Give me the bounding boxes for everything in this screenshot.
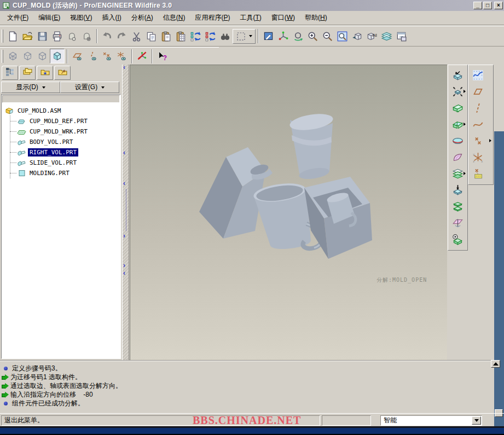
splitter-chevron-icon[interactable]: › [123,233,125,239]
orient-mode-button[interactable] [291,29,305,44]
splitter-chevron-icon[interactable]: › [123,263,125,268]
repaint-button[interactable] [261,29,276,44]
menu-item-n[interactable]: 信息(N) [158,11,190,24]
layers-button[interactable] [379,29,394,44]
menu-item-t[interactable]: 工具(T) [235,11,266,24]
combo-drop-button[interactable] [472,416,481,425]
selection-filter-combobox[interactable]: 智能 [380,415,482,426]
cut-button[interactable] [129,29,144,44]
regenerate-button[interactable] [188,29,203,44]
navigator-tab-favorites[interactable] [37,66,53,80]
settings-menu-button[interactable]: 设置(G) [60,82,119,93]
zoom-out-button[interactable] [320,29,335,44]
navigator-tab-folder-browser[interactable] [19,66,36,80]
mold-volume-button[interactable] [450,116,466,132]
graphics-viewport[interactable]: 分解:MOLD_OPEN [130,65,447,360]
menu-item-v[interactable]: 视图(V) [65,11,97,24]
hidden-line-button[interactable] [20,49,35,63]
refit-button[interactable] [335,29,350,44]
mold-open-button[interactable] [450,198,466,214]
context-help-button[interactable]: ? [155,49,170,63]
datum-curve-button[interactable] [470,116,486,132]
datum-csys-show-button[interactable] [114,49,129,63]
redo-button[interactable] [114,29,129,44]
copy-button[interactable] [144,29,159,44]
saved-views-button[interactable] [350,29,364,44]
undo-button[interactable] [100,29,114,44]
menu-item-f[interactable]: 文件(F) [2,11,33,24]
tree-item[interactable]: BODY_VOL.PRT [2,137,120,147]
info-bullet-icon [4,367,8,370]
new-file-button[interactable] [5,29,20,44]
volume-split-button[interactable] [450,165,466,182]
tree-item[interactable]: MOLDING.PRT [2,168,120,178]
cavity-insert-button[interactable] [450,182,466,198]
find-button[interactable] [218,29,233,44]
paste-special-button[interactable] [173,29,188,44]
open-button[interactable] [20,29,35,44]
datum-axis-button[interactable] [470,100,486,116]
parting-surface-button[interactable] [450,132,466,149]
regen-manager-button[interactable] [203,29,218,44]
analysis-point-button[interactable] [470,165,486,182]
no-hidden-button[interactable] [35,49,50,63]
show-menu-button[interactable]: 显示(D) [1,82,60,93]
datum-point-show-button[interactable] [100,49,114,63]
save-button[interactable] [35,29,50,44]
splitter-chevron-icon[interactable]: ‹ [123,65,125,70]
print-button[interactable] [50,29,65,44]
toolbar-drag-handle[interactable] [2,50,3,63]
tree-item[interactable]: CUP_MOLD_REF.PRT [2,116,120,126]
cross-section-button[interactable] [450,214,466,231]
navigator-tab-history[interactable] [54,66,71,80]
close-button[interactable]: × [494,2,503,9]
tree-item[interactable]: SLIDE_VOL.PRT [2,158,120,168]
menu-item-i[interactable]: 插入(I) [97,11,126,24]
menu-item-a[interactable]: 分析(A) [126,11,158,24]
wireframe-button[interactable] [5,49,20,63]
sketch-button[interactable] [470,67,486,83]
view-names-button[interactable]: AB [364,29,379,44]
flyout-arrow-icon[interactable] [464,90,466,93]
message-scroll-up-button[interactable] [491,360,500,368]
menu-item-p[interactable]: 应用程序(P) [190,11,235,24]
copy-surface-button[interactable] [450,149,466,165]
view-manager-button[interactable] [394,29,409,44]
datum-plane-button[interactable] [470,83,486,100]
datum-csys-button[interactable]: yxz [470,149,486,165]
datum-axis-show-button[interactable] [85,49,100,63]
splitter-chevron-icon[interactable]: ‹ [123,270,125,276]
app-icon[interactable] [3,2,11,10]
datum-point-button[interactable] [470,132,486,149]
tree-item[interactable]: RIGHT_VOL.PRT [2,147,120,158]
spin-center-button[interactable] [276,29,291,44]
flyout-arrow-icon[interactable] [489,139,491,142]
menu-item-e[interactable]: 编辑(E) [33,11,65,24]
core-part[interactable] [288,111,334,181]
select-rect-button[interactable] [233,29,256,44]
navigator-tab-model-tree[interactable] [2,66,18,80]
minimize-button[interactable]: _ [473,2,482,9]
mold-model-button[interactable] [450,67,466,83]
maximize-button[interactable]: □ [483,2,492,9]
spin-center-off-button[interactable] [135,49,149,63]
toolbar-drag-handle[interactable] [2,30,3,43]
splitter-chevron-icon[interactable]: ‹ [123,150,125,155]
tree-item[interactable]: CUP_MOLD.ASM [2,106,120,116]
purge-button[interactable] [79,29,94,44]
datum-plane-show-button[interactable] [70,49,85,63]
navigator-splitter[interactable]: ‹‹››‹‹ [122,65,129,360]
paste-button[interactable] [159,29,173,44]
splitter-chevron-icon[interactable]: ‹ [123,181,125,186]
erase-display-button[interactable] [65,29,79,44]
shrinkage-button[interactable] [450,83,466,100]
menu-item-h[interactable]: 帮助(H) [300,11,332,24]
flyout-arrow-icon[interactable] [464,172,466,175]
tree-item[interactable]: CUP_MOLD_WRK.PRT [2,126,120,137]
shaded-button[interactable] [50,49,65,63]
menu-item-w[interactable]: 窗口(W) [267,11,300,24]
flyout-arrow-icon[interactable] [464,123,466,126]
workpiece-button[interactable] [450,100,466,116]
zoom-in-button[interactable] [305,29,320,44]
simulate-button[interactable] [450,231,466,247]
